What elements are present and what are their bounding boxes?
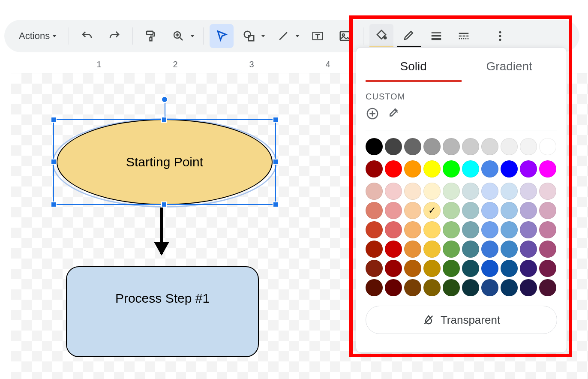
- color-swatch[interactable]: [520, 260, 537, 277]
- more-options-button[interactable]: [488, 24, 512, 48]
- color-swatch[interactable]: [481, 260, 498, 277]
- color-swatch[interactable]: [385, 279, 402, 296]
- color-swatch[interactable]: [520, 183, 537, 200]
- color-swatch[interactable]: [481, 138, 498, 155]
- color-swatch[interactable]: [404, 183, 421, 200]
- color-swatch[interactable]: [366, 160, 383, 177]
- color-swatch[interactable]: [462, 138, 479, 155]
- resize-handle-ml[interactable]: [51, 159, 57, 165]
- color-swatch[interactable]: [520, 279, 537, 296]
- text-box-button[interactable]: [306, 24, 330, 48]
- color-swatch[interactable]: [385, 183, 402, 200]
- chevron-down-icon[interactable]: [261, 35, 265, 37]
- border-weight-button[interactable]: [424, 24, 448, 48]
- line-tool-button[interactable]: [271, 24, 295, 48]
- color-swatch[interactable]: [539, 183, 556, 200]
- image-button[interactable]: [333, 24, 357, 48]
- color-swatch[interactable]: [366, 183, 383, 200]
- zoom-button[interactable]: [166, 24, 190, 48]
- color-swatch[interactable]: [481, 202, 498, 219]
- color-swatch[interactable]: [366, 279, 383, 296]
- color-swatch[interactable]: [520, 221, 537, 238]
- color-swatch[interactable]: [520, 241, 537, 258]
- connector-arrow[interactable]: [160, 208, 163, 254]
- resize-handle-mr[interactable]: [273, 159, 279, 165]
- color-swatch[interactable]: [423, 279, 441, 296]
- shape-tool-button[interactable]: [237, 24, 261, 48]
- color-swatch[interactable]: [385, 138, 402, 155]
- color-swatch[interactable]: [520, 202, 537, 219]
- color-swatch[interactable]: [385, 221, 402, 238]
- color-swatch[interactable]: [423, 260, 441, 277]
- color-swatch[interactable]: [501, 202, 518, 219]
- color-swatch[interactable]: [443, 241, 460, 258]
- color-swatch[interactable]: [501, 160, 518, 177]
- color-swatch[interactable]: [443, 202, 460, 219]
- color-swatch[interactable]: [443, 221, 460, 238]
- color-swatch[interactable]: [366, 260, 383, 277]
- color-swatch[interactable]: [404, 160, 421, 177]
- color-swatch[interactable]: [501, 279, 518, 296]
- color-swatch[interactable]: [404, 138, 421, 155]
- selection-box[interactable]: [53, 119, 276, 205]
- fill-color-button[interactable]: [369, 24, 393, 48]
- add-color-button[interactable]: [366, 107, 379, 120]
- tab-gradient[interactable]: Gradient: [462, 55, 558, 82]
- color-swatch[interactable]: [520, 160, 537, 177]
- color-swatch[interactable]: [501, 241, 518, 258]
- tab-solid[interactable]: Solid: [366, 55, 462, 82]
- color-swatch[interactable]: [481, 160, 498, 177]
- eyedropper-button[interactable]: [386, 107, 400, 120]
- color-swatch[interactable]: [462, 221, 479, 238]
- color-swatch[interactable]: [539, 202, 556, 219]
- process-node[interactable]: Process Step #1: [66, 266, 259, 357]
- select-tool-button[interactable]: [210, 24, 234, 48]
- resize-handle-br[interactable]: [273, 202, 279, 208]
- color-swatch[interactable]: [423, 160, 441, 177]
- color-swatch[interactable]: [501, 221, 518, 238]
- color-swatch[interactable]: [423, 138, 441, 155]
- color-swatch[interactable]: [385, 160, 402, 177]
- resize-handle-tl[interactable]: [51, 117, 57, 123]
- color-swatch[interactable]: [404, 221, 421, 238]
- color-swatch[interactable]: [443, 279, 460, 296]
- color-swatch[interactable]: [366, 221, 383, 238]
- color-swatch[interactable]: [366, 202, 383, 219]
- color-swatch[interactable]: [443, 160, 460, 177]
- color-swatch[interactable]: [501, 183, 518, 200]
- border-color-button[interactable]: [397, 24, 421, 48]
- resize-handle-tm[interactable]: [161, 117, 167, 123]
- resize-handle-bm[interactable]: [161, 202, 167, 208]
- color-swatch[interactable]: [520, 138, 537, 155]
- color-swatch[interactable]: [481, 241, 498, 258]
- color-swatch[interactable]: [539, 221, 556, 238]
- transparent-button[interactable]: Transparent: [366, 306, 557, 334]
- color-swatch[interactable]: [462, 202, 479, 219]
- color-swatch[interactable]: [481, 279, 498, 296]
- color-swatch[interactable]: [423, 241, 441, 258]
- color-swatch[interactable]: [404, 241, 421, 258]
- undo-button[interactable]: [75, 24, 99, 48]
- color-swatch[interactable]: [539, 260, 556, 277]
- color-swatch[interactable]: [443, 183, 460, 200]
- color-swatch[interactable]: [366, 241, 383, 258]
- color-swatch[interactable]: [443, 138, 460, 155]
- rotation-handle[interactable]: [161, 96, 168, 103]
- color-swatch[interactable]: [385, 241, 402, 258]
- color-swatch[interactable]: [423, 202, 441, 219]
- color-swatch[interactable]: [462, 279, 479, 296]
- color-swatch[interactable]: [423, 183, 441, 200]
- color-swatch[interactable]: [462, 160, 479, 177]
- color-swatch[interactable]: [423, 221, 441, 238]
- actions-menu-button[interactable]: Actions: [13, 30, 63, 42]
- color-swatch[interactable]: [481, 183, 498, 200]
- color-swatch[interactable]: [539, 279, 556, 296]
- chevron-down-icon[interactable]: [295, 35, 300, 37]
- redo-button[interactable]: [102, 24, 126, 48]
- resize-handle-bl[interactable]: [51, 202, 57, 208]
- color-swatch[interactable]: [404, 279, 421, 296]
- resize-handle-tr[interactable]: [273, 117, 279, 123]
- color-swatch[interactable]: [462, 183, 479, 200]
- color-swatch[interactable]: [501, 138, 518, 155]
- color-swatch[interactable]: [501, 260, 518, 277]
